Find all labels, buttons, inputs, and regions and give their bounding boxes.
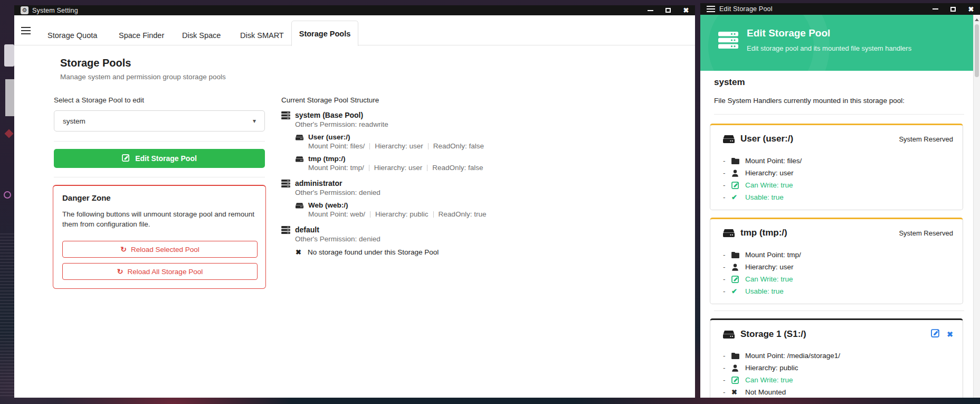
user-icon bbox=[731, 364, 745, 372]
tab-storage-quota[interactable]: Storage Quota bbox=[47, 31, 97, 40]
pool-permission: Other's Permission: denied bbox=[295, 188, 598, 197]
pool-select[interactable]: system ▾ bbox=[54, 110, 265, 131]
edit-storage-pool-window: Edit Storage Pool ✖ Edit Storage Pool Ed… bbox=[700, 3, 980, 398]
user-icon bbox=[731, 170, 745, 177]
storage-name: Web (web:/) bbox=[308, 201, 348, 209]
banner-subtitle: Edit storage pool and its mounted file s… bbox=[747, 44, 911, 52]
tree-pool-default: default Other's Permission: denied ✖ No … bbox=[281, 225, 598, 256]
refresh-icon: ↻ bbox=[117, 267, 123, 276]
divider bbox=[54, 141, 265, 142]
divider bbox=[54, 177, 265, 177]
bullet: - bbox=[723, 388, 731, 396]
handler-mount-point: - Mount Point: tmp/ bbox=[723, 249, 953, 261]
edit-icon bbox=[731, 376, 745, 384]
page-title: Storage Pools bbox=[60, 57, 131, 69]
handler-title: Storage 1 (S1:/) bbox=[740, 329, 806, 340]
storage-hierarchy: Hierarchy: user bbox=[375, 142, 423, 151]
close-button[interactable]: ✖ bbox=[962, 3, 980, 15]
storage-readonly: ReadOnly: false bbox=[432, 163, 483, 172]
handler-mount-point: - Mount Point: /media/storage1/ bbox=[723, 350, 953, 362]
structure-title: Current Storage Pool Structure bbox=[281, 96, 379, 104]
refresh-icon: ↻ bbox=[120, 245, 127, 253]
divider bbox=[370, 211, 370, 218]
item-text: Mount Point: tmp/ bbox=[745, 251, 801, 259]
menu-icon bbox=[707, 6, 715, 12]
remove-handler-button[interactable]: ✖ bbox=[947, 330, 953, 339]
handler-usable: - ✔ Usable: true bbox=[723, 191, 953, 203]
menu-icon[interactable] bbox=[21, 27, 31, 34]
reload-all-label: Reload All Storage Pool bbox=[128, 268, 203, 276]
bullet: - bbox=[723, 287, 731, 295]
chevron-up-icon bbox=[975, 18, 979, 21]
close-button[interactable]: ✖ bbox=[677, 5, 695, 15]
handler-title: User (user:/) bbox=[740, 134, 793, 144]
item-text: Can Write: true bbox=[745, 181, 793, 189]
bullet: - bbox=[723, 169, 731, 177]
minimize-button[interactable] bbox=[641, 5, 659, 15]
window-title: Edit Storage Pool bbox=[719, 5, 773, 13]
handler-hierarchy: - Hierarchy: user bbox=[723, 167, 953, 179]
times-icon: ✖ bbox=[731, 388, 745, 396]
divider bbox=[369, 165, 369, 171]
folder-icon bbox=[731, 352, 745, 359]
storage-readonly: ReadOnly: true bbox=[439, 210, 487, 219]
divider bbox=[369, 143, 370, 149]
pool-select-value: system bbox=[63, 117, 85, 125]
background-window-fragment bbox=[4, 191, 11, 199]
close-icon: ✖ bbox=[683, 7, 689, 14]
scroll-up-button[interactable] bbox=[974, 16, 980, 23]
divider bbox=[428, 143, 429, 149]
danger-zone-title: Danger Zone bbox=[62, 193, 111, 202]
scrollbar[interactable] bbox=[973, 15, 980, 398]
tree-storage-web: Web (web:/) Mount Point: web/ Hierarchy:… bbox=[296, 201, 598, 219]
tab-disk-space[interactable]: Disk Space bbox=[182, 31, 221, 40]
storage-hierarchy: Hierarchy: user bbox=[374, 163, 423, 172]
edit-handler-button[interactable] bbox=[931, 328, 940, 340]
maximize-button[interactable] bbox=[944, 3, 962, 15]
tab-disk-smart[interactable]: Disk SMART bbox=[240, 31, 284, 40]
edit-pool-banner: Edit Storage Pool Edit storage pool and … bbox=[700, 15, 980, 71]
reload-selected-pool-button[interactable]: ↻ Reload Selected Pool bbox=[62, 241, 258, 258]
minimize-button[interactable] bbox=[926, 3, 944, 15]
pool-permission: Other's Permission: readwrite bbox=[295, 120, 598, 129]
tab-storage-pools[interactable]: Storage Pools bbox=[291, 21, 358, 46]
pool-select-label: Select a Storage Pool to edit bbox=[54, 96, 144, 104]
minimize-icon bbox=[933, 8, 938, 10]
item-text: Hierarchy: public bbox=[745, 364, 798, 372]
tab-space-finder[interactable]: Space Finder bbox=[119, 31, 164, 40]
banner-title: Edit Storage Pool bbox=[747, 27, 830, 39]
scrollbar-thumb[interactable] bbox=[975, 24, 979, 77]
handler-card-user: User (user:/) System Reserved - Mount Po… bbox=[710, 124, 963, 210]
tree-storage-tmp: tmp (tmp:/) Mount Point: tmp/ Hierarchy:… bbox=[296, 154, 598, 172]
storage-mount-point: Mount Point: tmp/ bbox=[308, 163, 364, 172]
hdd-icon bbox=[723, 135, 735, 143]
bullet: - bbox=[723, 193, 731, 201]
system-reserved-badge: System Reserved bbox=[899, 229, 953, 237]
edit-storage-pool-button[interactable]: Edit Storage Pool bbox=[54, 149, 265, 168]
item-text: Mount Point: files/ bbox=[745, 157, 802, 165]
wallpaper-texture bbox=[0, 232, 14, 396]
background-window-fragment bbox=[5, 79, 14, 116]
maximize-icon bbox=[665, 8, 671, 13]
handler-hierarchy: - Hierarchy: public bbox=[723, 362, 953, 374]
handler-card-storage1: Storage 1 (S1:/) ✖ - Mount Point: /media… bbox=[710, 318, 963, 398]
divider bbox=[714, 311, 964, 311]
danger-zone-card: Danger Zone The following buttons will u… bbox=[53, 185, 266, 289]
server-icon bbox=[281, 111, 290, 119]
hdd-icon bbox=[296, 134, 303, 140]
handler-not-mounted: - ✖ Not Mounted bbox=[723, 386, 953, 398]
maximize-button[interactable] bbox=[659, 5, 677, 15]
handler-card-tmp: tmp (tmp:/) System Reserved - Mount Poin… bbox=[710, 218, 963, 304]
tree-pool-system: system (Base Pool) Other's Permission: r… bbox=[281, 110, 598, 172]
caret-down-icon: ▾ bbox=[253, 117, 256, 125]
edit-icon bbox=[731, 181, 745, 189]
handler-mount-point: - Mount Point: files/ bbox=[723, 155, 953, 167]
pool-name-heading: system bbox=[714, 77, 745, 88]
bullet: - bbox=[723, 364, 731, 372]
reload-all-pool-button[interactable]: ↻ Reload All Storage Pool bbox=[62, 263, 258, 280]
hdd-icon bbox=[296, 156, 303, 162]
empty-pool-message: No storage found under this Storage Pool bbox=[308, 248, 439, 256]
item-text: Usable: true bbox=[745, 287, 784, 295]
times-icon: ✖ bbox=[296, 248, 301, 256]
item-text: Can Write: true bbox=[745, 275, 793, 283]
